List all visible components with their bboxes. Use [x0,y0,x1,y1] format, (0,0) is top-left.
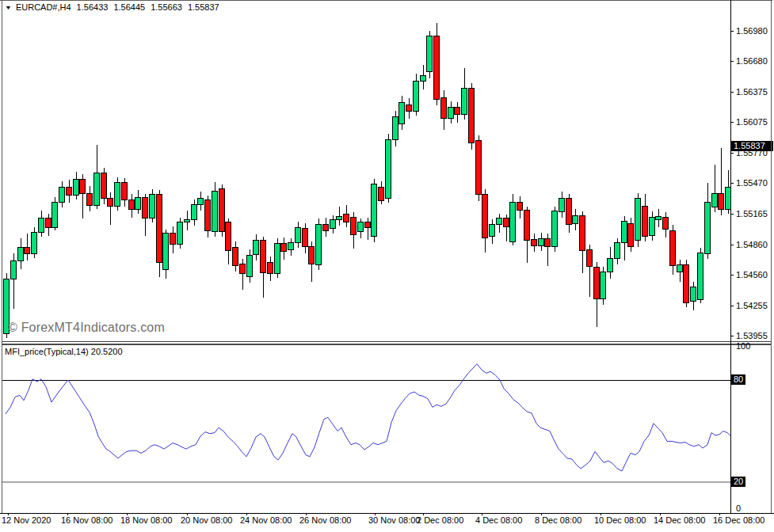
price-tick-label: 1.56375 [736,87,768,97]
time-tick-label: 8 Dec 08:00 [535,515,581,525]
time-axis[interactable]: 12 Nov 202016 Nov 08:0018 Nov 08:0020 No… [0,513,774,532]
watermark: © ForexMT4Indicators.com [8,321,165,335]
time-tick-label: 16 Dec 08:00 [713,515,764,525]
time-tick-label: 12 Nov 2020 [2,515,51,525]
panel-splitter[interactable] [2,341,771,345]
time-tick-label: 26 Nov 08:00 [299,515,351,525]
price-tick-label: 1.53955 [736,331,768,340]
chart-header: ▼EURCAD#,H41.564331.564451.556631.55837 [5,2,219,13]
time-tick-label: 18 Nov 08:00 [120,515,172,525]
price-tick-label: 1.54255 [736,301,768,310]
time-tick-label: 4 Dec 08:00 [475,515,522,525]
price-tick-label: 1.56980 [736,26,768,36]
price-chart-canvas[interactable] [2,0,730,341]
window-right-border [771,0,772,513]
price-tick-label: 1.56680 [736,56,768,66]
quote-low: 1.55663 [151,2,182,12]
symbol-dropdown-icon[interactable]: ▼ [5,5,12,11]
price-tick-label: 1.55470 [736,178,768,188]
window-left-border [2,0,2,513]
price-tick-label: 1.56075 [736,117,768,127]
price-axis-separator [730,0,731,513]
time-axis-line [0,513,774,514]
price-tick-label: 1.55165 [736,209,768,218]
quote-high: 1.56445 [113,2,145,12]
indicator-level-tag: 80 [731,374,745,385]
window-top-border [0,0,772,1]
time-tick-label: 10 Dec 08:00 [594,515,646,525]
time-tick-label: 20 Nov 08:00 [181,515,232,525]
time-tick-label: 24 Nov 08:00 [240,515,292,525]
price-tick-label: 1.55770 [736,148,768,158]
time-tick-label: 30 Nov 08:00 [368,515,420,525]
indicator-scale-label: 100 [736,341,750,351]
symbol-label: EURCAD#,H4 [16,2,71,12]
time-tick-label: 16 Nov 08:00 [61,515,112,525]
time-tick-label: 2 Dec 08:00 [417,515,463,525]
price-tick-label: 1.54560 [736,270,768,279]
quote-open: 1.56433 [77,2,109,12]
time-tick-label: 14 Dec 08:00 [654,515,705,525]
price-tick-label: 1.54860 [736,240,768,249]
price-axis[interactable]: 1.55837 1.569801.566801.563751.560751.55… [731,0,774,513]
mt4-chart-window: ▼EURCAD#,H41.564331.564451.556631.55837 … [0,0,774,532]
indicator-name-label: MFI_price(Typical,14) 20.5200 [5,347,123,356]
indicator-canvas[interactable] [2,344,730,513]
indicator-level-tag: 20 [731,477,745,487]
indicator-scale-label: 0 [736,504,741,513]
quote-close: 1.55837 [188,2,219,12]
